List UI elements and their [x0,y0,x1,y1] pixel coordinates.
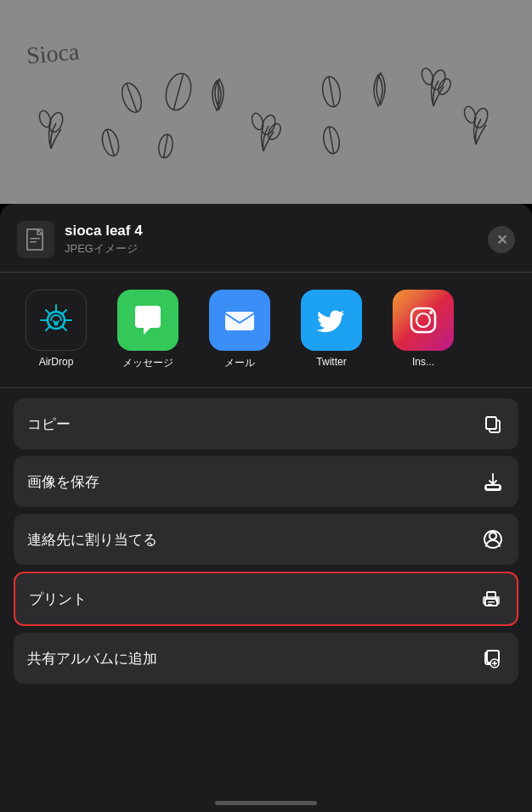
instagram-label: Ins... [412,356,434,368]
svg-rect-25 [30,238,40,240]
app-row: AirDrop メッセージ メール [0,273,532,387]
close-button[interactable]: ✕ [488,226,515,253]
app-item-mail[interactable]: メール [197,290,282,370]
svg-text:Sioca: Sioca [25,38,81,69]
copy-icon [481,412,505,436]
action-add-shared-album[interactable]: 共有アルバムに追加 [14,633,518,684]
svg-point-31 [416,313,430,327]
close-icon: ✕ [496,232,507,248]
copy-label: コピー [27,414,71,434]
action-assign-contact[interactable]: 連絡先に割り当てる [14,514,518,565]
file-header: sioca leaf 4 JPEGイメージ ✕ [0,204,532,272]
svg-rect-41 [488,601,495,603]
messages-icon [117,290,178,351]
action-copy[interactable]: コピー [14,398,518,449]
svg-rect-42 [488,604,492,606]
app-item-messages[interactable]: メッセージ [105,290,190,370]
svg-point-22 [472,106,490,129]
share-sheet: sioca leaf 4 JPEGイメージ ✕ [0,204,532,812]
svg-line-21 [329,127,334,154]
download-icon [481,470,505,493]
file-type: JPEGイメージ [65,241,488,257]
action-list: コピー 画像を保存 連絡先に割り当てる [0,398,532,684]
action-save-image[interactable]: 画像を保存 [14,456,518,507]
action-print[interactable]: プリント [14,572,518,626]
mail-icon [209,290,270,351]
app-item-instagram[interactable]: Ins... [381,290,466,370]
svg-point-19 [266,121,283,141]
twitter-label: Twitter [316,356,346,368]
background-area: Sioca [0,0,532,204]
person-icon [481,527,505,551]
home-indicator [215,801,317,805]
svg-rect-26 [30,241,37,243]
assign-contact-label: 連絡先に割り当てる [27,530,157,550]
svg-line-4 [173,74,183,110]
svg-point-43 [495,600,497,601]
svg-point-10 [436,76,453,96]
divider-2 [0,387,532,388]
app-item-airdrop[interactable]: AirDrop [14,290,99,370]
mail-label: メール [224,356,255,370]
messages-label: メッセージ [122,356,173,370]
svg-point-32 [429,311,433,314]
svg-line-16 [164,134,168,158]
airdrop-label: AirDrop [39,356,74,368]
printer-icon [479,587,503,611]
svg-point-38 [490,533,496,539]
save-image-label: 画像を保存 [27,472,99,492]
add-shared-album-label: 共有アルバムに追加 [27,649,157,668]
file-info: sioca leaf 4 JPEGイメージ [65,223,488,257]
twitter-icon [301,290,362,351]
airdrop-icon [25,290,87,351]
app-item-twitter[interactable]: Twitter [289,290,374,370]
print-label: プリント [29,589,87,609]
svg-point-9 [420,67,435,87]
svg-line-14 [107,130,114,156]
svg-rect-34 [486,417,496,429]
svg-point-11 [47,110,65,133]
album-icon [481,646,505,670]
svg-line-7 [329,76,334,106]
instagram-icon [393,290,454,351]
svg-rect-29 [225,312,254,330]
file-name: sioca leaf 4 [65,223,488,240]
file-icon [17,221,54,258]
